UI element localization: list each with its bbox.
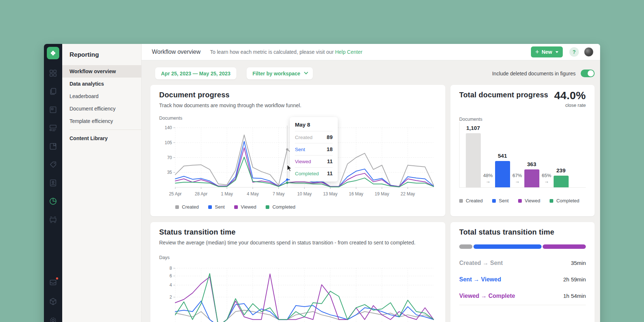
card-subtitle: Review the average (median) time your do… <box>159 240 437 246</box>
help-center-link[interactable]: Help Center <box>335 49 363 55</box>
content-library-icon[interactable] <box>49 142 57 151</box>
arrow-right-icon: → <box>515 179 520 184</box>
total-document-progress-card: Total document progress 44.0% close rate… <box>450 85 595 216</box>
tooltip-date: May 8 <box>295 119 333 131</box>
legend-item-viewed: Viewed <box>518 198 540 203</box>
tooltip-row-sent: Sent18 <box>295 143 333 155</box>
funnel-bar-541 <box>495 161 510 187</box>
content: Apr 25, 2023 — May 25, 2023 Filter by wo… <box>142 60 600 322</box>
legend-item-sent: Sent <box>208 204 225 210</box>
transition-row: Viewed → Complete1h 54min <box>459 288 586 304</box>
inbox-icon[interactable] <box>49 278 57 287</box>
forms-icon[interactable] <box>49 124 57 132</box>
sidebar-item-data-analytics[interactable]: Data analytics <box>62 78 141 90</box>
help-button[interactable]: ? <box>569 47 579 57</box>
sidebar-item-template-efficiency[interactable]: Template efficiency <box>62 115 141 127</box>
svg-text:1 May: 1 May <box>221 191 233 196</box>
sidebar-item-leaderboard[interactable]: Leaderboard <box>62 90 141 102</box>
desktop-backdrop: Reporting Workflow overviewData analytic… <box>0 0 644 322</box>
legend-item-completed: Completed <box>550 198 579 203</box>
chevron-down-icon <box>304 70 308 74</box>
svg-text:13 May: 13 May <box>323 191 337 196</box>
reports-pie-icon[interactable] <box>49 197 57 206</box>
svg-text:7 May: 7 May <box>273 191 285 196</box>
svg-text:10 May: 10 May <box>297 191 311 196</box>
funnel-bar-1,107 <box>466 133 481 187</box>
funnel-bar-239 <box>554 176 569 187</box>
segment <box>543 244 586 249</box>
arrow-right-icon: → <box>544 179 549 184</box>
documents-icon[interactable] <box>49 87 57 96</box>
sidebar-title: Reporting <box>62 49 141 61</box>
user-avatar[interactable] <box>584 47 594 57</box>
settings-gear-icon[interactable] <box>49 316 57 322</box>
sidebar-item-document-efficiency[interactable]: Document efficiency <box>62 102 141 115</box>
funnel-bar-363 <box>524 169 539 187</box>
card-title: Total status transition time <box>459 228 586 236</box>
new-button[interactable]: + New <box>531 46 563 57</box>
legend-swatch <box>459 199 463 203</box>
funnel-value: 1,107 <box>460 125 486 131</box>
toggle-label: Include deleted documents in figures <box>492 71 576 76</box>
chart-tooltip: May 8 Created89Sent18Viewed11Completed11 <box>290 117 338 181</box>
legend-swatch <box>550 199 553 203</box>
legend-swatch <box>208 205 212 209</box>
reporting-sidebar: Reporting Workflow overviewData analytic… <box>62 44 142 322</box>
page-title: Workflow overview <box>152 49 201 55</box>
y-axis-label: Documents <box>459 117 586 122</box>
include-deleted-toggle[interactable] <box>581 70 595 77</box>
chart-legend: CreatedSentViewedCompleted <box>459 198 586 203</box>
sidebar-item-workflow-overview[interactable]: Workflow overview <box>62 65 141 78</box>
legend-swatch <box>518 199 522 203</box>
close-rate-value: 44.0% <box>554 89 586 102</box>
y-axis-label: Days <box>159 255 437 260</box>
tooltip-row-completed: Completed11 <box>295 167 333 179</box>
svg-text:16 May: 16 May <box>349 191 363 196</box>
workflow-board-icon[interactable] <box>49 215 57 224</box>
total-status-transition-card: Total status transition time Created → S… <box>450 222 595 322</box>
funnel-transition: 48%→ <box>481 173 495 185</box>
arrow-right-icon: → <box>486 179 490 184</box>
app-icon-rail <box>44 44 62 322</box>
transition-segment-bar <box>459 244 586 249</box>
funnel-chart: 1,10754136323948%→67%→65%→ <box>459 122 586 188</box>
card-title: Status transition time <box>159 228 437 236</box>
card-title: Total document progress <box>459 91 548 99</box>
svg-text:4 May: 4 May <box>247 191 259 196</box>
main-area: Workflow overview To learn how each metr… <box>142 44 600 322</box>
funnel-value: 541 <box>490 153 515 159</box>
filter-row: Apr 25, 2023 — May 25, 2023 Filter by wo… <box>155 67 595 79</box>
svg-text:28 Apr: 28 Apr <box>195 191 207 196</box>
legend-item-viewed: Viewed <box>234 204 256 210</box>
contacts-icon[interactable] <box>49 179 57 187</box>
funnel-transition: 65%→ <box>539 173 554 185</box>
app-window: Reporting Workflow overviewData analytic… <box>44 44 600 322</box>
svg-text:140: 140 <box>165 125 172 130</box>
plus-icon: + <box>535 49 539 55</box>
chevron-down-icon <box>555 51 558 53</box>
card-subtitle: Track how documents are moving through t… <box>159 102 437 108</box>
apps-grid-icon[interactable] <box>49 69 57 78</box>
svg-text:19 May: 19 May <box>375 191 389 196</box>
legend-item-sent: Sent <box>492 198 509 203</box>
chart-legend: CreatedSentViewedCompleted <box>175 204 437 210</box>
templates-icon[interactable] <box>49 105 57 114</box>
transition-row: Created → Sent35min <box>459 255 586 271</box>
close-rate-label: close rate <box>554 102 586 108</box>
sidebar-item-content-library[interactable]: Content Library <box>62 132 141 145</box>
svg-text:8: 8 <box>169 266 172 271</box>
tooltip-row-viewed: Viewed11 <box>295 155 333 167</box>
legend-swatch <box>266 205 269 209</box>
total-time-row: Total time 5h 28min <box>459 320 586 322</box>
catalog-tag-icon[interactable] <box>49 160 57 169</box>
pandadoc-logo[interactable] <box>47 47 59 59</box>
legend-item-created: Created <box>175 204 199 210</box>
segment <box>459 244 472 249</box>
integrations-cube-icon[interactable] <box>49 297 57 306</box>
card-title: Document progress <box>159 91 437 99</box>
helper-text: To learn how each metric is calculated, … <box>210 49 362 55</box>
workspace-filter-button[interactable]: Filter by workspace <box>247 67 313 79</box>
date-range-button[interactable]: Apr 25, 2023 — May 25, 2023 <box>155 67 236 79</box>
legend-swatch <box>234 205 238 209</box>
legend-item-created: Created <box>459 198 483 203</box>
